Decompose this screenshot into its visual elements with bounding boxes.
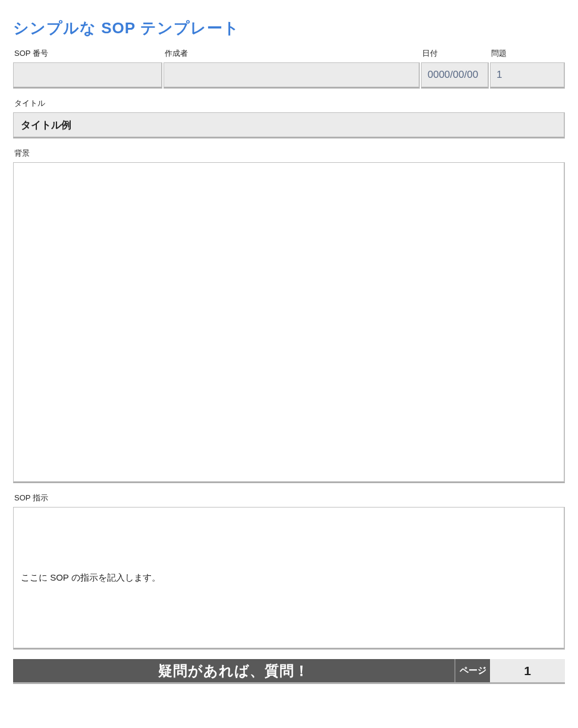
date-label: 日付 — [421, 48, 489, 59]
author-label: 作成者 — [164, 48, 420, 59]
date-field[interactable]: 0000/00/00 — [421, 62, 489, 89]
sop-no-label: SOP 番号 — [13, 48, 162, 59]
sop-instructions-field[interactable]: ここに SOP の指示を記入します。 — [13, 507, 565, 650]
title-section: タイトル タイトル例 — [13, 98, 565, 138]
header-row: SOP 番号 作成者 日付 0000/00/00 問題 1 — [13, 48, 565, 89]
background-field[interactable] — [13, 162, 565, 483]
footer-page-label: ページ — [454, 659, 490, 682]
background-label: 背景 — [13, 148, 565, 159]
page-title: シンプルな SOP テンプレート — [13, 18, 565, 39]
sop-instructions-label: SOP 指示 — [13, 493, 565, 503]
footer-message: 疑問があれば、質問！ — [13, 659, 454, 682]
title-field[interactable]: タイトル例 — [13, 112, 565, 138]
issue-label: 問題 — [490, 48, 565, 59]
footer-bar: 疑問があれば、質問！ ページ 1 — [13, 659, 565, 684]
background-section: 背景 — [13, 148, 565, 483]
issue-field[interactable]: 1 — [490, 62, 565, 89]
sop-no-field[interactable] — [13, 62, 162, 89]
author-field[interactable] — [164, 62, 420, 89]
sop-instructions-section: SOP 指示 ここに SOP の指示を記入します。 — [13, 493, 565, 650]
footer-page-number: 1 — [490, 659, 565, 682]
title-label: タイトル — [13, 98, 565, 109]
